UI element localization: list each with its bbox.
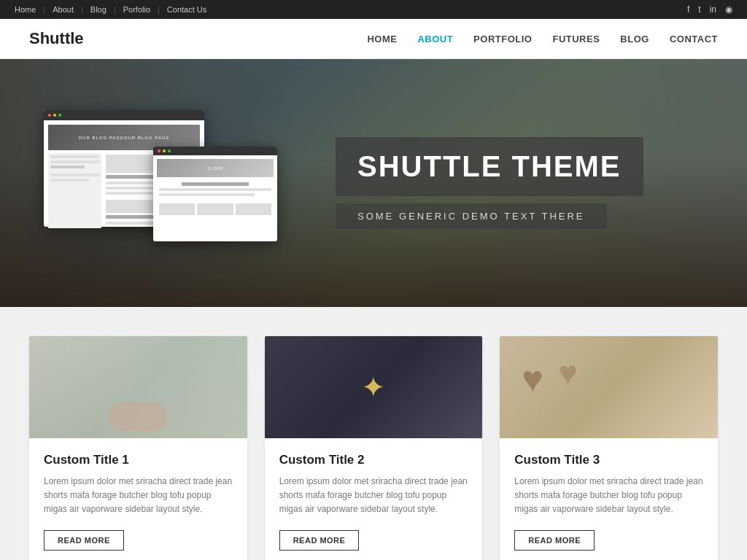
card-title-3: Custom Title 3 [514,453,703,467]
minimize-dot [53,114,56,117]
facebook-icon[interactable]: f [687,4,689,15]
top-bar-social: f t in ◉ [687,4,732,15]
topbar-blog[interactable]: Blog [90,5,107,14]
top-bar-nav: Home | About | Blog | Porfolio | Contact… [15,5,206,14]
hero-subtitle-box: SOME GENERIC DEMO TEXT THERE [336,203,607,229]
top-bar: Home | About | Blog | Porfolio | Contact… [0,0,747,19]
topbar-home[interactable]: Home [15,5,36,14]
hero-title-box: SHUTTLE THEME [336,137,643,196]
read-more-button-1[interactable]: READ MORE [44,530,124,551]
card-1: Custom Title 1 Lorem ipsum dolor met sri… [29,336,247,560]
close-dot [48,114,51,117]
card-3: Custom Title 3 Lorem ipsum dolor met sri… [500,336,718,560]
minimize-dot-2 [163,149,166,152]
mockup-sidebar [48,153,101,228]
hero-section: OUR BLOG PAGE [0,59,747,307]
close-dot-2 [158,149,160,152]
maximize-dot [58,114,61,117]
topbar-about[interactable]: About [53,5,74,14]
hero-mockups: OUR BLOG PAGE [44,103,292,263]
hero-title: SHUTTLE THEME [357,150,622,183]
card-text-1: Lorem ipsum dolor met sriracha direct tr… [44,475,233,517]
card-title-1: Custom Title 1 [44,453,233,467]
cards-grid: Custom Title 1 Lorem ipsum dolor met sri… [29,336,718,560]
nav-about[interactable]: ABOUT [417,34,453,44]
card-body-2: Custom Title 2 Lorem ipsum dolor met sri… [265,438,483,560]
hero-subtitle: SOME GENERIC DEMO TEXT THERE [357,211,585,222]
card-image-2 [265,336,483,438]
card-title-2: Custom Title 2 [279,453,468,467]
nav-futures[interactable]: FUTURES [552,34,600,44]
mockup-bar-secondary [153,147,277,155]
nav-home[interactable]: HOME [367,34,397,44]
mockup-body-secondary: SLIDER [153,155,277,221]
card-text-3: Lorem ipsum dolor met sriracha direct tr… [514,475,703,517]
browser-mockup-secondary: SLIDER [153,147,277,241]
nav-contact[interactable]: CONTACT [670,34,718,44]
brand-logo[interactable]: Shuttle [29,29,84,48]
mockup-grid [157,203,274,217]
nav-portfolio[interactable]: PORTFOLIO [473,34,532,44]
dribbble-icon[interactable]: ◉ [725,4,732,15]
card-body-1: Custom Title 1 Lorem ipsum dolor met sri… [29,438,247,560]
card-image-3 [500,336,718,438]
card-2: Custom Title 2 Lorem ipsum dolor met sri… [265,336,483,560]
main-nav: Shuttle HOME ABOUT PORTFOLIO FUTURES BLO… [0,19,747,59]
twitter-icon[interactable]: t [698,4,700,15]
linkedin-icon[interactable]: in [710,4,716,15]
nav-links: HOME ABOUT PORTFOLIO FUTURES BLOG CONTAC… [367,34,718,44]
read-more-button-2[interactable]: READ MORE [279,530,360,551]
card-body-3: Custom Title 3 Lorem ipsum dolor met sri… [500,438,718,560]
hero-text: SHUTTLE THEME SOME GENERIC DEMO TEXT THE… [336,137,703,229]
mockup-bar [44,110,204,120]
card-text-2: Lorem ipsum dolor met sriracha direct tr… [279,475,468,517]
topbar-portfolio[interactable]: Porfolio [123,5,150,14]
topbar-contact[interactable]: Contact Us [167,5,206,14]
nav-blog[interactable]: BLOG [620,34,649,44]
card-image-1 [29,336,247,438]
mockup-secondary-header-img: SLIDER [157,159,274,177]
hero-content: OUR BLOG PAGE [0,103,747,263]
cards-section: Custom Title 1 Lorem ipsum dolor met sri… [0,307,747,560]
read-more-button-3[interactable]: READ MORE [514,530,595,551]
maximize-dot-2 [168,149,171,152]
